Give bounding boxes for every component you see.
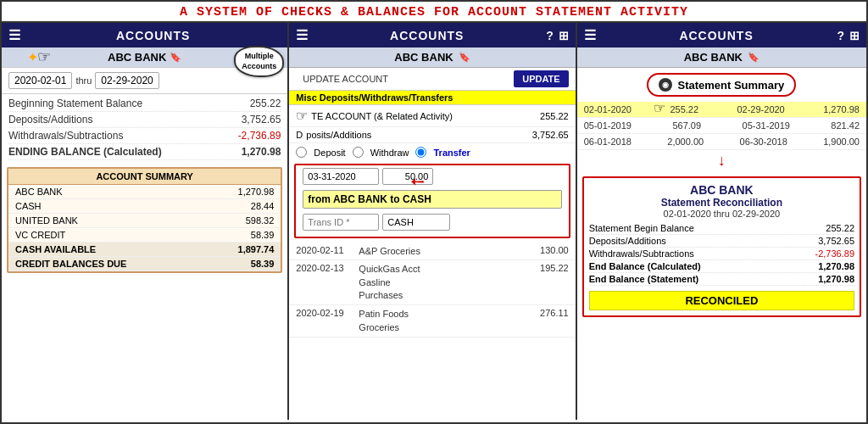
hamburger-icon-3[interactable]: ☰ [584,27,596,43]
date-to-box[interactable]: 02-29-2020 [95,72,159,89]
help-icon-2[interactable]: ? [546,29,554,42]
radio-withdraw[interactable] [353,147,364,158]
sh-val1-0: 255.22 [670,104,698,114]
acct-val-2: 598.32 [246,215,275,226]
sh-val1-1: 567.09 [672,120,701,131]
sh-date-from-2: 06-01-2018 [584,137,632,147]
sh-date-to-1: 05-31-2019 [743,120,790,131]
stmt-summary-label: Statement Summary [677,79,784,92]
radio-transfer[interactable] [415,147,426,158]
tx-row-2: 2020-02-19 Patin FoodsGroceries 276.11 [289,305,575,338]
subtotal-name-1: CREDIT BALANCES DUE [15,259,126,269]
summary-value-2: -2,736.89 [238,130,281,142]
radio-row: Deposit Withdraw Transfer [289,143,575,161]
acct-row-1: CASH 28.44 [8,199,281,214]
hamburger-icon[interactable]: ☰ [8,27,20,43]
panel3-topbar-title: ACCOUNTS [601,29,832,42]
radio-deposit[interactable] [296,147,307,158]
panel3-icons: ? ⊞ [837,29,860,42]
reconcile-val-3: 1,270.98 [818,261,854,271]
tx-date-0: 2020-02-11 [296,245,355,257]
acct-val-1: 28.44 [251,201,275,211]
deposits-label-2: posits/Additions [306,130,371,140]
update-account-row: UPDATE ACCOUNT UPDATE [289,68,575,91]
summary-row-0: Beginning Statement Balance 255.22 [8,96,281,112]
tx-date-1: 2020-02-13 [296,263,355,302]
account-summary-box: ACCOUNT SUMMARY ABC BANK 1,270.98 CASH 2… [7,167,282,273]
acct-name-0: ABC BANK [15,187,63,197]
transfer-section: ➘ [294,164,570,238]
tx-amount-2: 276.11 [522,308,569,334]
summary-table-1: Beginning Statement Balance 255.22 Depos… [2,94,287,162]
reconcile-val-0: 255.22 [826,223,854,233]
tx-desc-0: A&P Groceries [359,245,518,257]
sh-date-to-2: 06-30-2018 [740,137,787,147]
acct-subtotal-1: CREDIT BALANCES DUE 58.39 [8,257,281,271]
summary-label-2: Withdrawals/Subtractions [8,130,123,142]
cursor-icon-3: ☞ [654,100,665,116]
tx-amount-0: 130.00 [522,245,569,257]
statement-summary-button[interactable]: ◉ Statement Summary [647,73,796,97]
statement-history: 02-01-2020 255.22 02-29-2020 1,270.98 ☞ … [577,102,866,150]
stmt-history-row-1[interactable]: 05-01-2019 567.09 05-31-2019 821.42 [577,118,866,134]
p2-account-row: ☞ TE ACCOUNT (& Related Activity) 255.22 [289,105,575,127]
stmt-history-row-2[interactable]: 06-01-2018 2,000.00 06-30-2018 1,900.00 [577,134,866,150]
tx-desc-2: Patin FoodsGroceries [359,308,518,334]
yellow-tab: Misc Deposits/Withdraws/Transfers [289,91,575,105]
reconcile-label-4: End Balance (Statement) [589,274,699,284]
cloud-annotation: MultipleAccounts [234,46,284,77]
cash-input[interactable] [382,214,450,231]
transaction-list: 2020-02-11 A&P Groceries 130.00 2020-02-… [289,241,575,420]
summary-value-1: 3,752.65 [242,114,281,126]
add-icon-2[interactable]: ⊞ [559,29,569,42]
date-from-box[interactable]: 2020-02-01 [8,72,72,89]
sh-date-from-1: 05-01-2019 [584,120,632,131]
cursor-icon-2: ☞ [296,108,308,124]
acct-name-3: VC CREDIT [15,230,65,240]
panel-accounts-3: ☰ ACCOUNTS ? ⊞ ABC BANK 🔖 ◉ Statement Su… [577,23,866,420]
arrow-container: ➘ [296,187,568,211]
help-icon-3[interactable]: ? [837,29,844,42]
bookmark-icon-3: 🔖 [748,52,760,63]
reconcile-bank-title: ABC BANK [589,183,854,197]
reconcile-box: ABC BANK Statement Reconciliation 02-01-… [582,176,861,317]
update-account-label: UPDATE ACCOUNT [296,71,395,86]
panel1-topbar-title: ACCOUNTS [25,29,281,42]
panel3-subtitle: ABC BANK [684,51,743,64]
acct-row-2: UNITED BANK 598.32 [8,214,281,228]
panel2-topbar-title: ACCOUNTS [313,29,541,42]
arrow-down-reconcile: ↓ [577,150,866,171]
summary-row-2: Withdrawals/Subtractions -2,736.89 [8,128,281,144]
trans-id-input[interactable] [303,214,379,231]
deposits-label: D [296,130,303,140]
panel2-topbar: ☰ ACCOUNTS ? ⊞ [289,23,575,47]
reconciled-badge: RECONCILED [589,291,854,310]
summary-label-0: Beginning Statement Balance [8,98,142,109]
circle-icon: ◉ [659,78,672,92]
stmt-summary-row: ◉ Statement Summary [577,68,866,102]
reconcile-date: 02-01-2020 thru 02-29-2020 [589,209,854,219]
panels-container: ☰ ACCOUNTS ABC BANK 🔖 MultipleAccounts ✦… [2,23,866,420]
sh-val2-1: 821.42 [831,120,860,131]
acct-subtotal-0: CASH AVAILABLE 1,897.74 [8,243,281,257]
account-summary-title: ACCOUNT SUMMARY [8,169,281,185]
transfer-desc-input[interactable] [303,190,561,209]
stmt-history-row-0[interactable]: 02-01-2020 255.22 02-29-2020 1,270.98 ☞ [577,102,866,118]
add-icon-3[interactable]: ⊞ [849,29,860,42]
radio-transfer-label: Transfer [433,148,470,158]
panel3-topbar: ☰ ACCOUNTS ? ⊞ [577,23,866,47]
sh-date-from-0: 02-01-2020 [584,104,632,114]
radio-deposit-label: Deposit [314,148,345,158]
reconcile-row-4: End Balance (Statement) 1,270.98 [589,273,854,286]
panel2-subtitle-bar: ABC BANK 🔖 [289,47,575,68]
sh-val2-2: 1,900.00 [823,137,860,147]
reconcile-label-2: Withdrawals/Subtractions [589,248,694,259]
acct-val-3: 58.39 [251,230,275,240]
reconcile-val-4: 1,270.98 [818,274,854,284]
bookmark-icon-2: 🔖 [459,52,470,63]
hamburger-icon-2[interactable]: ☰ [296,27,308,43]
acct-row-3: VC CREDIT 58.39 [8,228,281,243]
date-input[interactable] [303,168,379,185]
update-button[interactable]: UPDATE [514,70,568,87]
transfer-inputs-row [296,211,568,233]
